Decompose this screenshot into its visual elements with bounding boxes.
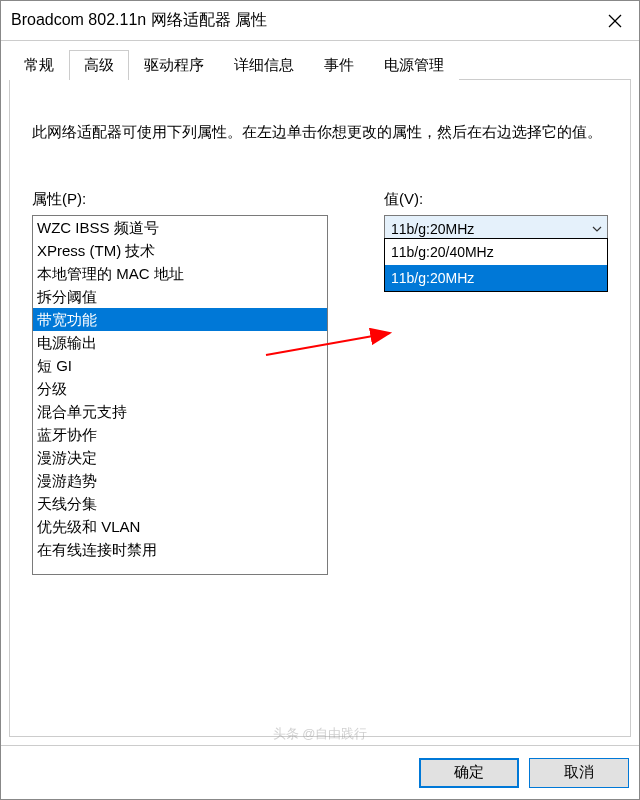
tab-strip: 常规 高级 驱动程序 详细信息 事件 电源管理 — [9, 50, 459, 80]
titlebar: Broadcom 802.11n 网络适配器 属性 — [1, 1, 639, 41]
tab-details[interactable]: 详细信息 — [219, 50, 309, 80]
list-item[interactable]: 蓝牙协作 — [33, 423, 327, 446]
list-item[interactable]: XPress (TM) 技术 — [33, 239, 327, 262]
dropdown-option[interactable]: 11b/g:20MHz — [385, 265, 607, 291]
ok-button[interactable]: 确定 — [419, 758, 519, 788]
list-item[interactable]: 漫游决定 — [33, 446, 327, 469]
chevron-down-icon — [587, 226, 607, 232]
window-title: Broadcom 802.11n 网络适配器 属性 — [1, 10, 591, 31]
dialog-footer: 确定 取消 — [1, 745, 639, 799]
list-item[interactable]: 分级 — [33, 377, 327, 400]
description-text: 此网络适配器可使用下列属性。在左边单击你想更改的属性，然后在右边选择它的值。 — [32, 120, 608, 144]
dropdown-option[interactable]: 11b/g:20/40MHz — [385, 239, 607, 265]
list-item[interactable]: 天线分集 — [33, 492, 327, 515]
tab-events[interactable]: 事件 — [309, 50, 369, 80]
tab-advanced[interactable]: 高级 — [69, 50, 129, 80]
list-item[interactable]: WZC IBSS 频道号 — [33, 216, 327, 239]
tab-content-advanced: 此网络适配器可使用下列属性。在左边单击你想更改的属性，然后在右边选择它的值。 属… — [10, 80, 630, 587]
list-item[interactable]: 本地管理的 MAC 地址 — [33, 262, 327, 285]
list-item[interactable]: 电源输出 — [33, 331, 327, 354]
tab-general[interactable]: 常规 — [9, 50, 69, 80]
tab-driver[interactable]: 驱动程序 — [129, 50, 219, 80]
tab-container: 常规 高级 驱动程序 详细信息 事件 电源管理 此网络适配器可使用下列属性。在左… — [9, 79, 631, 737]
close-icon — [608, 14, 622, 28]
value-label: 值(V): — [384, 190, 608, 209]
cancel-button[interactable]: 取消 — [529, 758, 629, 788]
list-item[interactable]: 带宽功能 — [33, 308, 327, 331]
tab-power[interactable]: 电源管理 — [369, 50, 459, 80]
list-item[interactable]: 在有线连接时禁用 — [33, 538, 327, 561]
value-dropdown[interactable]: 11b/g:20/40MHz 11b/g:20MHz — [384, 238, 608, 292]
list-item[interactable]: 混合单元支持 — [33, 400, 327, 423]
properties-listbox[interactable]: WZC IBSS 频道号 XPress (TM) 技术 本地管理的 MAC 地址… — [32, 215, 328, 575]
list-item[interactable]: 漫游趋势 — [33, 469, 327, 492]
value-selected-text: 11b/g:20MHz — [385, 221, 587, 237]
properties-label: 属性(P): — [32, 190, 340, 209]
dialog-window: Broadcom 802.11n 网络适配器 属性 常规 高级 驱动程序 详细信… — [0, 0, 640, 800]
list-item[interactable]: 优先级和 VLAN — [33, 515, 327, 538]
close-button[interactable] — [591, 1, 639, 41]
list-item[interactable]: 短 GI — [33, 354, 327, 377]
list-item[interactable]: 拆分阈值 — [33, 285, 327, 308]
